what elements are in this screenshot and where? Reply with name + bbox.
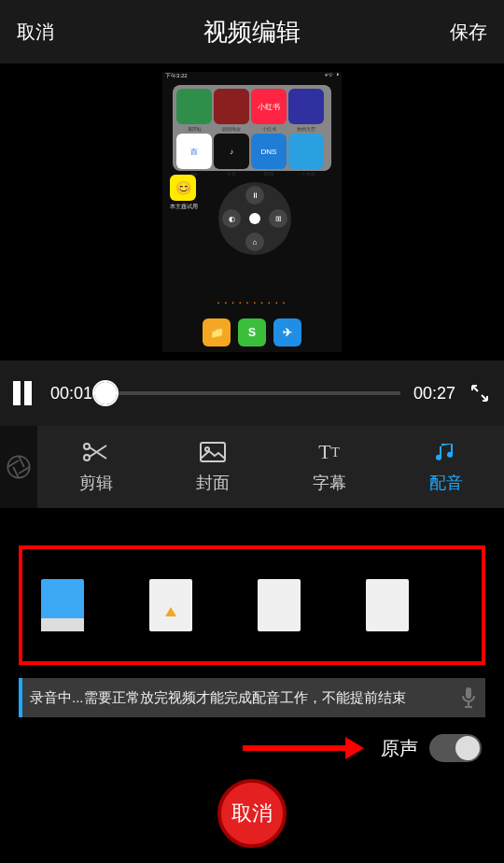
timeline-frame[interactable] bbox=[252, 577, 306, 633]
timeline-frame[interactable] bbox=[144, 577, 198, 633]
dock: 📁S✈ bbox=[162, 318, 342, 347]
scissors-icon bbox=[82, 440, 110, 464]
video-preview[interactable]: 下午3:22 ◉ ᯤ ▮ 莆田鞋剧团淘金小红书小红书龙的天空百bai♪抖音DNS… bbox=[0, 64, 504, 361]
app-icon: 莆田鞋 bbox=[176, 89, 212, 132]
image-icon bbox=[200, 440, 226, 464]
radial-center-icon bbox=[249, 213, 260, 224]
svg-point-1 bbox=[84, 444, 90, 449]
tool-tabs: 剪辑 封面 TT 字幕 配音 bbox=[0, 426, 504, 508]
dock-icon: S bbox=[238, 318, 266, 347]
tab-subtitle[interactable]: TT 字幕 bbox=[271, 426, 387, 508]
toggle-knob bbox=[455, 736, 480, 760]
tab-cover[interactable]: 封面 bbox=[154, 426, 271, 508]
recording-status-bar: 录音中...需要正常放完视频才能完成配音工作，不能提前结束 bbox=[19, 678, 485, 717]
tab-label: 封面 bbox=[196, 472, 230, 494]
tab-label: 剪辑 bbox=[79, 472, 113, 494]
status-time: 下午3:22 bbox=[165, 72, 188, 81]
timeline-frame[interactable] bbox=[90, 577, 144, 633]
side-app-label: 本主题试用 bbox=[170, 203, 198, 211]
radial-node: ◐ bbox=[222, 209, 241, 228]
svg-rect-5 bbox=[466, 687, 471, 699]
original-sound-toggle[interactable] bbox=[429, 734, 482, 762]
annotation-arrow bbox=[243, 742, 364, 755]
svg-point-0 bbox=[7, 456, 29, 477]
radial-node: ⊞ bbox=[269, 209, 287, 228]
timeline-highlight-box bbox=[19, 545, 485, 665]
preview-frame: 下午3:22 ◉ ᯤ ▮ 莆田鞋剧团淘金小红书小红书龙的天空百bai♪抖音DNS… bbox=[162, 72, 342, 352]
cancel-button[interactable]: 取消 bbox=[17, 20, 54, 45]
app-icon: 剧团淘金 bbox=[214, 89, 249, 132]
original-sound-row: 原声 bbox=[0, 734, 482, 762]
playback-bar: 00:01 00:27 bbox=[0, 361, 504, 426]
assistive-touch-menu: ⏸ ◐ ⊞ ⌂ bbox=[218, 182, 291, 255]
timeline-frame[interactable] bbox=[306, 577, 360, 633]
app-icon: 龙的天空 bbox=[288, 89, 324, 132]
timeline-frame[interactable] bbox=[360, 577, 414, 633]
aperture-icon[interactable] bbox=[0, 426, 37, 508]
svg-rect-3 bbox=[201, 443, 225, 461]
app-icon: DNSDNS bbox=[251, 134, 287, 177]
dock-icon: 📁 bbox=[203, 318, 231, 347]
radial-node: ⏸ bbox=[245, 186, 264, 205]
current-time: 00:01 bbox=[50, 384, 92, 403]
duration-time: 00:27 bbox=[413, 384, 455, 403]
save-button[interactable]: 保存 bbox=[450, 20, 487, 45]
seek-knob[interactable] bbox=[94, 382, 117, 404]
pause-button[interactable] bbox=[13, 381, 37, 405]
recording-status-text: 录音中...需要正常放完视频才能完成配音工作，不能提前结束 bbox=[22, 689, 452, 707]
microphone-icon bbox=[452, 686, 485, 709]
tab-dub[interactable]: 配音 bbox=[387, 426, 504, 508]
music-icon bbox=[434, 440, 458, 464]
app-icon: 一个木函 bbox=[288, 134, 324, 177]
side-app: 😊 本主题试用 bbox=[170, 175, 198, 211]
dock-icon: ✈ bbox=[273, 318, 301, 347]
radial-node: ⌂ bbox=[245, 233, 264, 251]
seek-slider[interactable] bbox=[105, 391, 400, 395]
fullscreen-icon[interactable] bbox=[469, 382, 491, 404]
smile-icon: 😊 bbox=[170, 175, 196, 201]
tab-label: 字幕 bbox=[313, 472, 346, 494]
cancel-record-button[interactable]: 取消 bbox=[217, 779, 287, 848]
page-title: 视频编辑 bbox=[203, 16, 301, 49]
app-icon: 百bai bbox=[176, 134, 212, 177]
timeline-frame[interactable] bbox=[35, 577, 90, 633]
app-icon: 小红书小红书 bbox=[251, 89, 287, 132]
original-sound-label: 原声 bbox=[381, 736, 418, 761]
svg-point-2 bbox=[84, 455, 90, 460]
app-folder: 莆田鞋剧团淘金小红书小红书龙的天空百bai♪抖音DNSDNS一个木函 bbox=[173, 85, 331, 171]
timeline-frame[interactable] bbox=[414, 577, 469, 633]
video-timeline[interactable] bbox=[35, 577, 469, 633]
status-icons: ◉ ᯤ ▮ bbox=[325, 72, 339, 81]
tab-label: 配音 bbox=[429, 472, 463, 494]
page-indicator: • • • • • • • • • • bbox=[162, 300, 342, 305]
timeline-frame[interactable] bbox=[198, 577, 252, 633]
tab-cut[interactable]: 剪辑 bbox=[37, 426, 154, 508]
app-icon: ♪抖音 bbox=[214, 134, 249, 177]
text-icon: TT bbox=[318, 440, 340, 464]
phone-status-bar: 下午3:22 ◉ ᯤ ▮ bbox=[162, 72, 342, 81]
